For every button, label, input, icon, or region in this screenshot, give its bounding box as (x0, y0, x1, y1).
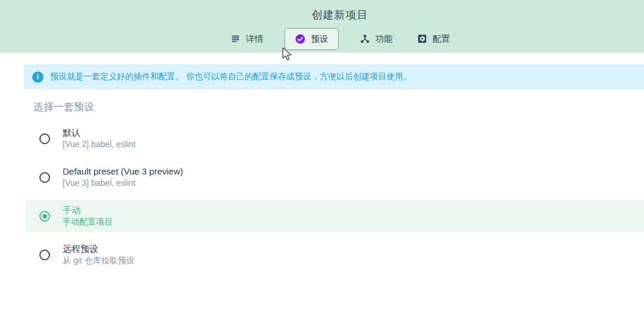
preset-texts: Default preset (Vue 3 preview) [Vue 3] b… (63, 166, 183, 188)
settings-icon (417, 33, 428, 44)
radio-button[interactable] (39, 133, 50, 144)
info-banner: i 预设就是一套定义好的插件和配置。 你也可以将自己的配置保存成预设，方便以后创… (24, 64, 644, 89)
radio-button-checked[interactable] (39, 211, 50, 222)
preset-option-remote[interactable]: 远程预设 从 git 仓库拉取预设 (25, 238, 644, 271)
preset-list: 默认 [Vue 2] babel, eslint Default preset … (0, 122, 644, 271)
tab-bar: 详情 预设 功能 (18, 27, 644, 50)
hub-icon (360, 33, 370, 44)
preset-description: [Vue 3] babel, eslint (63, 178, 183, 188)
preset-texts: 手动 手动配置项目 (63, 205, 113, 227)
radio-button[interactable] (39, 250, 50, 260)
preset-option-vue3-default[interactable]: Default preset (Vue 3 preview) [Vue 3] b… (25, 161, 644, 194)
tab-label: 详情 (246, 33, 264, 45)
tab-presets[interactable]: 预设 (284, 28, 339, 50)
radio-button[interactable] (39, 172, 50, 183)
preset-texts: 默认 [Vue 2] babel, eslint (63, 127, 135, 150)
info-icon: i (32, 71, 44, 83)
page-header: 创建新项目 详情 预设 (0, 0, 644, 54)
presets-panel: i 预设就是一套定义好的插件和配置。 你也可以将自己的配置保存成预设，方便以后创… (0, 64, 644, 271)
section-heading: 选择一套预设 (33, 100, 644, 114)
tab-configuration[interactable]: 配置 (414, 28, 453, 50)
tab-details[interactable]: 详情 (227, 28, 267, 50)
preset-name: Default preset (Vue 3 preview) (63, 166, 183, 178)
preset-texts: 远程预设 从 git 仓库拉取预设 (63, 244, 135, 266)
banner-text: 预设就是一套定义好的插件和配置。 你也可以将自己的配置保存成预设，方便以后创建项… (50, 71, 411, 82)
preset-description: [Vue 2] babel, eslint (63, 139, 135, 150)
preset-option-default[interactable]: 默认 [Vue 2] babel, eslint (25, 122, 644, 155)
page-title: 创建新项目 (18, 0, 644, 22)
preset-description: 手动配置项目 (63, 216, 113, 227)
preset-description: 从 git 仓库拉取预设 (63, 255, 135, 266)
preset-name: 手动 (63, 205, 113, 216)
list-icon (230, 33, 241, 44)
preset-option-manual[interactable]: 手动 手动配置项目 (25, 200, 644, 232)
tab-label: 预设 (311, 33, 329, 45)
tab-label: 功能 (376, 33, 393, 45)
preset-name: 远程预设 (63, 244, 135, 255)
tab-features[interactable]: 功能 (357, 28, 396, 50)
preset-name: 默认 (63, 127, 135, 139)
tab-label: 配置 (433, 33, 450, 45)
check-circle-icon (295, 33, 306, 45)
